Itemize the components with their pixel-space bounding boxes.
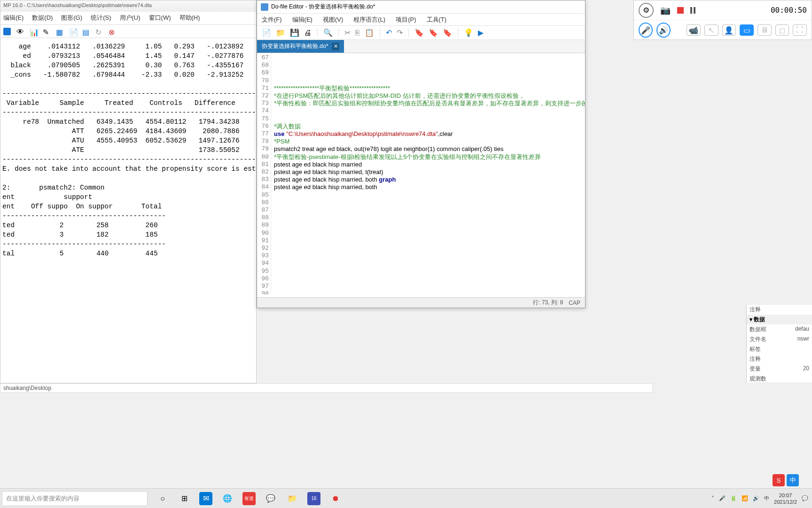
df-menu-tools[interactable]: 工具(T) [427, 16, 447, 24]
properties-panel: 注释 ▾ 数据 数据框defau文件名nswr标签注释变量20观测数 [746, 305, 812, 382]
taskview-icon[interactable]: ⊞ [178, 492, 191, 505]
chart-icon[interactable]: 📊 [30, 28, 37, 35]
tray-chevron-icon[interactable]: ˄ [711, 495, 714, 501]
chrome-icon[interactable]: 🌐 [221, 492, 234, 505]
menu-edit[interactable]: 编辑(E) [3, 14, 23, 23]
prop-data-header[interactable]: ▾ 数据 [747, 315, 812, 325]
taskbar-clock[interactable]: 20:07 2021/12/2 [774, 492, 797, 505]
df-menu-edit[interactable]: 编辑(E) [292, 16, 312, 24]
tray-battery-icon[interactable]: 🔋 [730, 495, 737, 501]
active-tab[interactable]: 协变量选择和平衡检验.do* ✕ [257, 40, 344, 53]
cut-icon[interactable]: ✂ [344, 28, 351, 37]
mic-icon[interactable]: 🎤 [639, 23, 653, 38]
tray-wifi-icon[interactable]: 📶 [742, 495, 748, 501]
tray-volume-icon[interactable]: 🔊 [753, 495, 759, 501]
ime-badge[interactable]: S 中 [773, 474, 799, 486]
ime-sogou-icon[interactable]: S [773, 474, 785, 486]
doc-icon[interactable]: 📄 [69, 28, 77, 35]
window-icon[interactable]: ◻ [775, 24, 789, 36]
tray-mic-icon[interactable]: 🎤 [719, 495, 726, 501]
stata-main-window: MP 16.0 - C:\Users\haoshuaikang\Desktop\… [0, 0, 257, 383]
webcam-icon[interactable]: 📹 [687, 24, 701, 36]
redo-icon[interactable]: ↷ [397, 28, 403, 37]
prop-row[interactable]: 注释 [747, 354, 812, 364]
menu-user[interactable]: 用户(U) [120, 14, 141, 23]
cap-indicator: CAP [569, 300, 580, 306]
youdao-icon[interactable]: 有道 [242, 492, 256, 505]
menu-data[interactable]: 数据(D) [32, 14, 53, 23]
edit-icon[interactable]: ✎ [43, 28, 50, 35]
undo-icon[interactable]: ↶ [386, 28, 392, 37]
prop-row[interactable]: 变量20 [747, 364, 812, 374]
camera-icon[interactable]: 📷 [660, 5, 671, 16]
speaker-icon[interactable]: 🔊 [656, 23, 671, 38]
toolbar-sep [338, 29, 339, 37]
stop-button[interactable] [677, 7, 684, 14]
close-icon[interactable]: ⊗ [109, 28, 116, 35]
menu-stats[interactable]: 统计(S) [91, 14, 111, 23]
settings-icon[interactable]: ⚙ [639, 3, 654, 18]
tab-close-icon[interactable]: ✕ [332, 43, 339, 50]
bookmark-plus-icon[interactable]: 🔖 [414, 28, 424, 37]
menu-window[interactable]: 窗口(W) [149, 14, 171, 23]
prop-row[interactable]: 数据框defau [747, 325, 812, 334]
df-menu-view[interactable]: 视图(V) [323, 16, 343, 24]
ime-lang-icon[interactable]: 中 [787, 474, 799, 486]
open-icon[interactable]: 📁 [276, 28, 285, 37]
save-icon[interactable]: 💾 [290, 28, 299, 37]
prop-row[interactable]: 标签 [747, 344, 812, 354]
search-icon[interactable]: 🔍 [323, 28, 333, 37]
grid-icon[interactable]: ▤ [82, 28, 90, 35]
system-tray: ˄ 🎤 🔋 📶 🔊 中 20:07 2021/12/2 💬 [711, 492, 812, 505]
task-icons: ○ ⊞ ✉ 🌐 有道 💬 📁 16 ⏺ [156, 492, 342, 505]
start-icon[interactable]: ○ [156, 492, 169, 505]
person-icon[interactable]: 👤 [722, 24, 736, 36]
menu-graph[interactable]: 图形(G) [61, 14, 82, 23]
working-dir-bar[interactable]: shuaikang\Desktop [0, 383, 653, 393]
save-icon[interactable] [3, 28, 11, 35]
prop-row[interactable]: 文件名nswr [747, 334, 812, 344]
fullscreen-icon[interactable]: ⛶ [793, 24, 807, 36]
new-icon[interactable]: 📄 [262, 28, 271, 37]
df-menu-lang[interactable]: 程序语言(L) [353, 16, 385, 24]
recorder-task-icon[interactable]: ⏺ [329, 492, 342, 505]
run-icon[interactable]: ▶ [478, 28, 484, 37]
dofile-status-bar: 行: 73, 列: 8 CAP [257, 297, 585, 308]
toolbar-sep [380, 29, 380, 37]
dofile-toolbar: 📄 📁 💾 🖨 🔍 ✂ ⎘ 📋 ↶ ↷ 🔖 🔖 🔖 💡 ▶ [257, 26, 585, 40]
notification-icon[interactable]: 💬 [802, 495, 808, 501]
dofile-menu-bar[interactable]: 文件(F) 编辑(E) 视图(V) 程序语言(L) 项目(P) 工具(T) [257, 14, 585, 26]
region-icon[interactable]: ▭ [740, 24, 754, 36]
tab-label: 协变量选择和平衡检验.do* [262, 42, 328, 50]
mail-icon[interactable]: ✉ [199, 492, 212, 505]
hint-icon[interactable]: 💡 [464, 28, 473, 37]
monitor-icon[interactable]: 🖥 [757, 24, 772, 36]
df-menu-project[interactable]: 项目(P) [396, 16, 416, 24]
menu-help[interactable]: 帮助(H) [180, 14, 200, 23]
dofile-icon [261, 3, 268, 11]
editor-area[interactable]: 67 68 69 70 71 72 73 74 75 76 77 78 79 8… [257, 53, 585, 294]
bookmark-next-icon[interactable]: 🔖 [429, 28, 438, 37]
pause-button[interactable] [690, 7, 695, 14]
bookmark-prev-icon[interactable]: 🔖 [443, 28, 452, 37]
stata-menu-bar[interactable]: 编辑(E) 数据(D) 图形(G) 统计(S) 用户(U) 窗口(W) 帮助(H… [0, 12, 256, 25]
stata-task-icon[interactable]: 16 [307, 492, 320, 505]
cursor-position: 行: 73, 列: 8 [533, 299, 563, 307]
code-area[interactable]: *******************平衡型检验****************… [271, 53, 585, 294]
dofile-editor-window: Do-file Editor - 协变量选择和平衡检验.do* 文件(F) 编辑… [257, 0, 586, 308]
prop-comment: 注释 [747, 305, 812, 315]
explorer-icon[interactable]: 📁 [286, 492, 299, 505]
prop-row[interactable]: 观测数 [747, 374, 812, 384]
results-pane: age .0143112 .0136229 1.05 0.293 -.01238… [0, 38, 256, 262]
print-icon[interactable]: 🖨 [304, 29, 312, 37]
table-icon[interactable]: ▦ [56, 28, 63, 35]
refresh-icon[interactable]: ↻ [95, 28, 103, 35]
cursor-icon[interactable]: ↖ [704, 24, 718, 36]
paste-icon[interactable]: 📋 [365, 28, 374, 37]
eye-icon[interactable]: 👁 [16, 28, 24, 35]
copy-icon[interactable]: ⎘ [355, 29, 360, 37]
df-menu-file[interactable]: 文件(F) [262, 16, 282, 24]
tray-ime-icon[interactable]: 中 [764, 495, 769, 502]
wechat-icon[interactable]: 💬 [264, 492, 277, 505]
taskbar-search[interactable]: 在这里输入你要搜索的内容 [2, 491, 148, 506]
